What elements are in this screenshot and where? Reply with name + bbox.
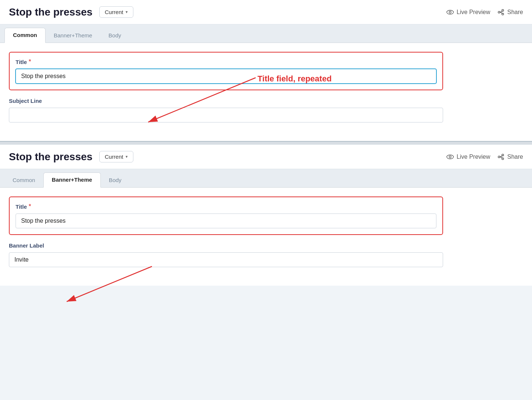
svg-point-9 bbox=[449, 156, 451, 158]
chevron-down-icon-2: ▾ bbox=[126, 154, 128, 159]
subject-line-group-1: Subject Line bbox=[9, 98, 443, 122]
svg-point-10 bbox=[502, 154, 504, 156]
version-label-1: Current bbox=[105, 9, 123, 15]
tabs-bar-1: Common Banner+Theme Body bbox=[0, 24, 532, 43]
tab-common-1[interactable]: Common bbox=[4, 28, 46, 43]
panel-2: Stop the presses Current ▾ Live Preview bbox=[0, 145, 532, 286]
header-right-1: Live Preview Share bbox=[446, 9, 523, 16]
eye-icon-1 bbox=[446, 10, 454, 15]
share-button-2[interactable]: Share bbox=[498, 154, 523, 160]
subject-line-input-1[interactable] bbox=[9, 108, 443, 122]
tab-banner-theme-2[interactable]: Banner+Theme bbox=[43, 172, 101, 188]
subject-line-label-1: Subject Line bbox=[9, 98, 443, 104]
banner-label-label: Banner Label bbox=[9, 242, 443, 249]
live-preview-button-2[interactable]: Live Preview bbox=[446, 154, 491, 160]
panel-1: Stop the presses Current ▾ Live Preview bbox=[0, 0, 532, 142]
title-field-group-2: Title * bbox=[9, 196, 443, 235]
panel-1-title: Stop the presses bbox=[9, 6, 93, 18]
eye-icon-2 bbox=[446, 154, 454, 159]
share-icon-1 bbox=[498, 9, 504, 16]
chevron-down-icon-1: ▾ bbox=[126, 10, 128, 14]
version-dropdown-2[interactable]: Current ▾ bbox=[99, 151, 133, 162]
svg-point-8 bbox=[447, 155, 453, 159]
title-label-2: Title * bbox=[16, 203, 436, 210]
required-star-2: * bbox=[29, 203, 31, 210]
tabs-bar-2: Common Banner+Theme Body bbox=[0, 169, 532, 188]
version-label-2: Current bbox=[105, 154, 123, 160]
panel-1-content: Title * Subject Line bbox=[0, 43, 452, 141]
tab-body-2[interactable]: Body bbox=[101, 173, 130, 188]
banner-label-input[interactable] bbox=[9, 252, 443, 267]
title-input-2[interactable] bbox=[16, 214, 436, 228]
panel-2-header: Stop the presses Current ▾ Live Preview bbox=[0, 145, 532, 169]
section-divider bbox=[0, 142, 532, 145]
live-preview-label-1: Live Preview bbox=[457, 9, 491, 16]
panel-2-content: Title * Banner Label bbox=[0, 188, 452, 286]
svg-point-0 bbox=[447, 10, 453, 14]
svg-point-11 bbox=[502, 158, 504, 159]
svg-point-1 bbox=[449, 11, 451, 13]
share-button-1[interactable]: Share bbox=[498, 9, 523, 16]
tab-body-1[interactable]: Body bbox=[100, 28, 129, 43]
live-preview-label-2: Live Preview bbox=[457, 154, 491, 160]
svg-point-4 bbox=[498, 11, 500, 13]
panel-2-title: Stop the presses bbox=[9, 151, 93, 163]
banner-label-group: Banner Label bbox=[9, 242, 443, 267]
svg-point-3 bbox=[502, 13, 504, 15]
title-input-1[interactable] bbox=[16, 69, 436, 84]
required-star-1: * bbox=[29, 58, 31, 65]
svg-point-2 bbox=[502, 9, 504, 11]
header-right-2: Live Preview Share bbox=[446, 154, 523, 160]
title-label-1: Title * bbox=[16, 58, 436, 65]
svg-point-12 bbox=[498, 156, 500, 158]
share-label-2: Share bbox=[507, 154, 523, 160]
share-icon-2 bbox=[498, 154, 504, 160]
title-field-group-1: Title * bbox=[9, 52, 443, 90]
panel-1-header: Stop the presses Current ▾ Live Preview bbox=[0, 0, 532, 24]
tab-banner-theme-1[interactable]: Banner+Theme bbox=[46, 28, 100, 43]
version-dropdown-1[interactable]: Current ▾ bbox=[99, 6, 133, 18]
live-preview-button-1[interactable]: Live Preview bbox=[446, 9, 491, 16]
tab-common-2[interactable]: Common bbox=[4, 173, 43, 188]
share-label-1: Share bbox=[507, 9, 523, 16]
